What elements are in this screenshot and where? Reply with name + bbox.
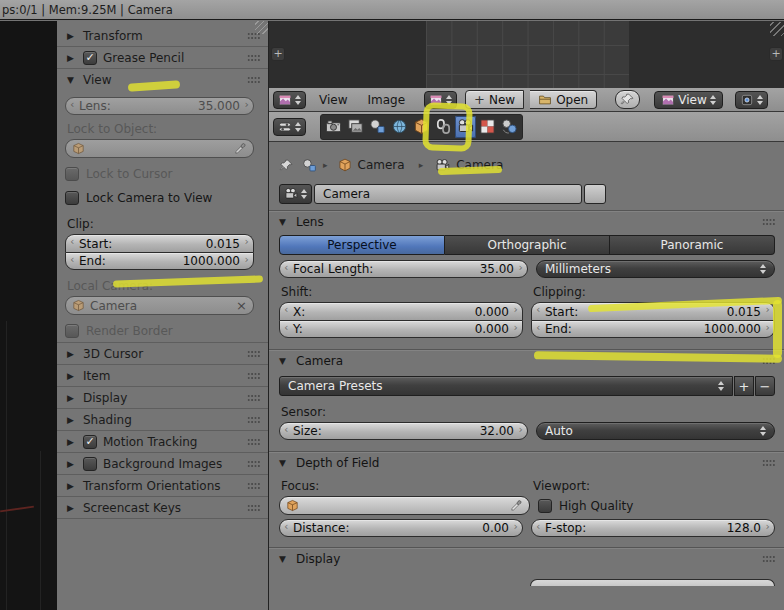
uv-image-viewport[interactable]: + + [269,21,784,88]
physics-icon [501,118,518,135]
tab-texture[interactable] [477,116,498,138]
drag-dots-icon[interactable] [247,372,260,380]
drag-dots-icon[interactable] [247,350,260,358]
lens-slider[interactable]: Lens: 35.000 [65,97,254,115]
panel-header-display[interactable]: ▶ Display [57,387,268,409]
pin-toggle-button[interactable] [615,90,640,109]
background-images-checkbox[interactable] [83,457,97,471]
eyedropper-icon[interactable] [234,142,247,155]
local-camera-field[interactable]: Camera × [65,296,254,315]
display-panel-widget-partial[interactable] [530,579,775,586]
tab-object[interactable] [411,116,432,138]
display-channels-dropdown[interactable] [735,91,768,109]
fake-user-button[interactable] [584,184,606,204]
camera-presets-dropdown[interactable]: Camera Presets [279,376,733,396]
panel-header-3d-cursor[interactable]: ▶ 3D Cursor [57,343,268,365]
lens-unit-dropdown[interactable]: Millimeters [536,260,775,278]
panel-header-motion-tracking[interactable]: ▶ ✓ Motion Tracking [57,431,268,453]
drag-dots-icon[interactable] [247,54,260,62]
drag-dots-icon[interactable] [762,555,775,563]
new-image-button[interactable]: + New [465,90,524,109]
panel-header-item[interactable]: ▶ Item [57,365,268,387]
camera-name-field[interactable]: Camera [314,184,582,204]
camera-datablock-browse[interactable] [279,184,312,204]
tab-world[interactable] [389,116,410,138]
viewport-3d[interactable] [0,21,57,610]
info-header[interactable]: ps:0/1 | Mem:9.25M | Camera [0,0,784,20]
panel-header-view[interactable]: ▼ View [57,69,268,91]
tab-render[interactable] [323,116,344,138]
drag-dots-icon[interactable] [247,394,260,402]
expand-region-left-button[interactable]: + [271,47,285,61]
fstop-slider[interactable]: F-stop: 128.0 [531,519,775,537]
clip-start-slider[interactable]: Start: 0.015 [531,302,775,320]
breadcrumb-object[interactable]: Camera [358,158,405,172]
high-quality-checkbox[interactable] [538,499,552,513]
editor-type-selector[interactable] [273,91,306,109]
focus-object-field[interactable] [279,496,530,515]
field-label: Distance: [293,521,350,535]
grease-pencil-checkbox[interactable]: ✓ [83,51,97,65]
scene-icon[interactable] [302,158,317,173]
dof-distance-slider[interactable]: Distance: 0.00 [279,519,523,537]
eyedropper-icon[interactable] [510,499,523,512]
perspective-button[interactable]: Perspective [279,235,445,255]
clip-start-slider[interactable]: Start: 0.015 [65,234,254,252]
orthographic-button[interactable]: Orthographic [445,235,610,255]
panel-header-screencast-keys[interactable]: ▶ Screencast Keys [57,497,268,519]
tab-render-layers[interactable] [345,116,366,138]
breadcrumb-data[interactable]: Camera [456,158,503,172]
panel-header-display[interactable]: ▼ Display [279,548,775,570]
tab-constraints[interactable] [433,116,454,138]
focal-length-slider[interactable]: Focal Length: 35.00 [279,260,528,278]
drag-dots-icon[interactable] [762,218,775,226]
motion-tracking-checkbox[interactable]: ✓ [83,435,97,449]
panel-header-grease-pencil[interactable]: ▶ ✓ Grease Pencil [57,47,268,69]
editor-type-selector[interactable] [273,118,306,136]
clip-end-slider[interactable]: End: 1000.000 [531,320,775,338]
panel-header-transform-orientations[interactable]: ▶ Transform Orientations [57,475,268,497]
clear-icon[interactable]: × [236,298,247,313]
lock-camera-to-view-checkbox[interactable] [65,191,79,205]
panel-header-camera[interactable]: ▼ Camera [279,350,775,372]
panoramic-button[interactable]: Panoramic [610,235,775,255]
panel-header-transform[interactable]: ▶ Transform [57,25,268,47]
menu-view[interactable]: View [312,93,354,107]
sensor-fit-dropdown[interactable]: Auto [536,422,775,440]
clip-end-slider[interactable]: End: 1000.000 [65,252,254,270]
drag-dots-icon[interactable] [762,357,775,365]
drag-dots-icon[interactable] [247,504,260,512]
resize-handle[interactable] [770,22,784,36]
add-preset-button[interactable]: + [734,376,754,396]
menu-image[interactable]: Image [360,93,412,107]
drag-dots-icon[interactable] [247,438,260,446]
sensor-size-slider[interactable]: Size: 32.00 [279,422,528,440]
drag-dots-icon[interactable] [247,482,260,490]
drag-dots-icon[interactable] [247,76,260,84]
drag-dots-icon[interactable] [762,459,775,467]
render-border-checkbox[interactable] [65,324,79,338]
open-image-button[interactable]: Open [530,90,597,109]
tab-scene[interactable] [367,116,388,138]
lock-to-cursor-checkbox[interactable] [65,167,79,181]
drag-dots-icon[interactable] [247,416,260,424]
panel-title: Display [83,391,127,405]
tab-object-data[interactable] [455,116,476,138]
remove-preset-button[interactable]: − [755,376,775,396]
view-mode-dropdown[interactable]: View [654,91,722,109]
field-value: 1000.000 [183,254,240,268]
expand-region-right-button[interactable]: + [769,47,783,61]
tab-physics[interactable] [499,116,520,138]
panel-header-depth-of-field[interactable]: ▼ Depth of Field [279,452,775,474]
resize-handle[interactable] [255,21,268,34]
panel-header-background-images[interactable]: ▶ Background Images [57,453,268,475]
drag-dots-icon[interactable] [247,460,260,468]
panel-header-lens[interactable]: ▼ Lens [279,211,775,233]
pin-icon[interactable] [279,158,294,173]
image-datablock-selector[interactable] [424,91,457,109]
shift-x-slider[interactable]: X: 0.000 [279,302,523,320]
lock-object-field[interactable] [65,139,254,158]
grid-line [6,321,7,610]
shift-y-slider[interactable]: Y: 0.000 [279,320,523,338]
panel-header-shading[interactable]: ▶ Shading [57,409,268,431]
